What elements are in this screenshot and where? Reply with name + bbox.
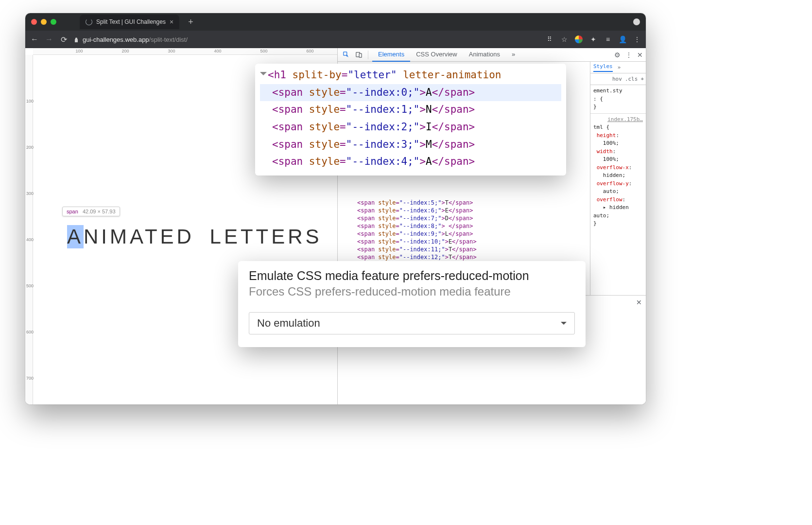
maximize-window-icon[interactable] (51, 19, 56, 25)
browser-tab[interactable]: Split Text | GUI Challenges × (80, 15, 179, 29)
rendering-zoom-popout: Emulate CSS media feature prefers-reduce… (238, 261, 586, 347)
render-pop-subtitle: Forces CSS prefers-reduced-motion media … (249, 285, 575, 298)
close-window-icon[interactable] (31, 19, 37, 25)
tabs-overflow[interactable]: » (506, 48, 521, 62)
ruler-vertical: 100200300400500600700800 (25, 55, 33, 404)
dom-line[interactable]: <span style="--index:8;"> </span> (343, 222, 590, 230)
tab-title: Split Text | GUI Challenges (96, 18, 166, 25)
expand-arrow-icon[interactable] (260, 72, 267, 79)
favicon-icon (86, 18, 92, 25)
tab-styles[interactable]: Styles (593, 63, 613, 72)
lock-icon (74, 36, 79, 42)
element-tooltip: span 42.09 × 57.93 (62, 207, 120, 216)
close-tab-icon[interactable]: × (170, 18, 173, 26)
dom-span-line[interactable]: <span style="--index:3;">M</span> (260, 136, 561, 154)
dom-line[interactable]: <span style="--index:11;">T</span> (343, 245, 590, 253)
styles-filter-row: hov .cls + (590, 73, 646, 85)
styles-body[interactable]: ement.sty : { } index.175b… tml { height… (590, 85, 646, 230)
ruler-h-label: 200 (121, 49, 129, 53)
translate-icon[interactable]: ⠿ (546, 35, 553, 43)
url-domain: gui-challenges.web.app (83, 36, 149, 43)
dom-span-line[interactable]: <span style="--index:4;">A</span> (260, 153, 561, 171)
inspect-element-icon[interactable] (341, 50, 351, 60)
page-heading: ANIMATED LETTERS (67, 225, 322, 248)
devtools-tabs: Elements CSS Overview Animations » (372, 48, 521, 62)
tooltip-tag: span (67, 209, 78, 214)
styles-tabs: Styles » (590, 62, 646, 73)
ruler-v-label: 700 (26, 376, 34, 381)
url-path: /split-text/dist/ (149, 36, 188, 43)
profile-icon[interactable] (633, 18, 640, 25)
dom-h1-line[interactable]: <h1 split-by="letter" letter-animation (260, 67, 561, 84)
styles-overflow[interactable]: » (618, 64, 621, 70)
extensions-puzzle-icon[interactable]: ✦ (589, 35, 597, 43)
back-button[interactable]: ← (30, 35, 39, 44)
device-toolbar-icon[interactable] (353, 50, 364, 60)
css-declaration[interactable]: width: 100%; (593, 148, 643, 164)
render-pop-select-value: No emulation (257, 317, 320, 330)
heading-rest: NIMATED (84, 225, 194, 248)
toolbar-icons: ⠿ ☆ ✦ ≡ 👤 ⋮ (546, 35, 641, 43)
dom-line[interactable]: <span style="--index:7;">D</span> (343, 214, 590, 222)
kebab-icon[interactable]: ⋮ (625, 51, 632, 59)
add-rule-button[interactable]: + (640, 76, 644, 82)
dom-line[interactable]: <span style="--index:12;">T</span> (343, 253, 590, 261)
ruler-v-label: 300 (26, 191, 34, 196)
extension-icon[interactable] (575, 35, 583, 43)
render-pop-title: Emulate CSS media feature prefers-reduce… (249, 269, 575, 283)
url-bar[interactable]: gui-challenges.web.app/split-text/dist/ (74, 36, 540, 43)
element-style-label: ement.sty (593, 87, 643, 95)
new-tab-button[interactable]: + (188, 17, 193, 27)
address-bar: ← → ⟳ gui-challenges.web.app/split-text/… (25, 31, 646, 48)
cls-toggle[interactable]: .cls (625, 76, 638, 82)
ruler-h-label: 300 (168, 49, 175, 53)
css-declaration[interactable]: overflow-y: auto; (593, 180, 643, 196)
devtools-toolbar: Elements CSS Overview Animations » ⚙ ⋮ ✕ (338, 48, 646, 62)
render-pop-select[interactable]: No emulation (249, 312, 575, 334)
reading-list-icon[interactable]: ≡ (604, 35, 612, 43)
minimize-window-icon[interactable] (41, 19, 47, 25)
close-devtools-icon[interactable]: ✕ (637, 51, 643, 59)
css-declaration[interactable]: height: 100%; (593, 132, 643, 148)
titlebar: Split Text | GUI Challenges × + (25, 13, 646, 31)
html-selector: tml { (593, 123, 643, 132)
chevron-down-icon (561, 322, 567, 328)
dom-span-line[interactable]: <span style="--index:2;">I</span> (260, 119, 561, 136)
ruler-h-label: 600 (306, 49, 313, 53)
hov-toggle[interactable]: hov (612, 76, 622, 82)
dom-line[interactable]: <span style="--index:6;">E</span> (343, 207, 590, 214)
css-declaration[interactable]: overflow-x: hidden; (593, 164, 643, 180)
dom-span-line[interactable]: <span style="--index:1;">N</span> (260, 101, 561, 119)
ruler-v-label: 200 (26, 145, 34, 150)
element-style-brace: : { (593, 95, 643, 104)
dom-line[interactable]: <span style="--index:9;">L</span> (343, 230, 590, 238)
stylesheet-link[interactable]: index.175b… (593, 116, 643, 124)
settings-icon[interactable]: ⚙ (614, 51, 621, 59)
ruler-v-label: 500 (26, 283, 34, 288)
menu-icon[interactable]: ⋮ (633, 35, 641, 43)
avatar-icon[interactable]: 👤 (619, 35, 626, 43)
ruler-v-label: 100 (26, 99, 34, 104)
heading-word2: LETTERS (210, 225, 322, 248)
ruler-v-label: 400 (26, 237, 34, 242)
ruler-h-label: 500 (260, 49, 267, 53)
window-controls (31, 19, 56, 25)
ruler-h-label: 100 (75, 49, 83, 53)
tooltip-dimensions: 42.09 × 57.93 (83, 209, 116, 214)
heading-first-letter: A (67, 225, 84, 248)
dom-zoom-popout: <h1 split-by="letter" letter-animation <… (255, 64, 566, 175)
bookmark-icon[interactable]: ☆ (560, 35, 568, 43)
forward-button[interactable]: → (45, 35, 53, 44)
svg-rect-2 (359, 53, 362, 57)
dom-line[interactable]: <span style="--index:10;">E</span> (343, 238, 590, 245)
ruler-h-label: 400 (214, 49, 221, 53)
reload-button[interactable]: ⟳ (59, 35, 68, 44)
tab-animations[interactable]: Animations (463, 48, 506, 62)
close-drawer-icon[interactable]: ✕ (636, 298, 642, 306)
css-declaration[interactable]: overflow: ▸ hidden auto; (593, 196, 643, 220)
ruler-v-label: 600 (26, 330, 34, 334)
dom-span-line[interactable]: <span style="--index:0;">A</span> (260, 84, 561, 102)
tab-elements[interactable]: Elements (372, 48, 410, 62)
dom-line[interactable]: <span style="--index:5;">T</span> (343, 199, 590, 207)
tab-css-overview[interactable]: CSS Overview (410, 48, 463, 62)
